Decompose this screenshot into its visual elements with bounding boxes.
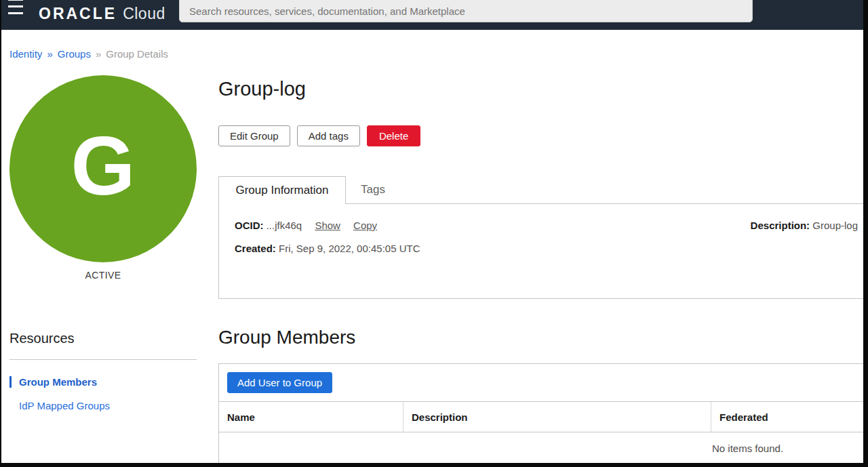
group-members-panel: Add User to Group Name Description Feder… <box>218 363 863 467</box>
oracle-cloud-console: ORACLE Cloud Identity»Groups»Group Detai… <box>0 0 868 467</box>
created-label: Created: <box>235 243 276 254</box>
ocid-value: ...jfk46q <box>267 220 302 231</box>
menu-bar <box>8 12 23 14</box>
menu-icon[interactable] <box>8 0 23 16</box>
status-label: ACTIVE <box>9 270 197 281</box>
content-layout: G ACTIVE Resources Group Members IdP Map… <box>1 60 863 467</box>
search-bar <box>179 0 753 22</box>
group-members-heading: Group Members <box>218 327 863 348</box>
main-content: Group-log Edit Group Add tags Delete Gro… <box>218 60 863 467</box>
description-label: Description: <box>751 220 810 231</box>
sidebar-item-idp-mapped-groups[interactable]: IdP Mapped Groups <box>9 400 197 411</box>
add-user-to-group-button[interactable]: Add User to Group <box>227 372 332 393</box>
breadcrumb-groups-link[interactable]: Groups <box>58 48 91 60</box>
action-buttons: Edit Group Add tags Delete <box>218 125 863 146</box>
group-initial: G <box>71 125 136 213</box>
delete-button[interactable]: Delete <box>367 125 420 146</box>
tab-label: Group Information <box>235 184 328 197</box>
left-column: G ACTIVE Resources Group Members IdP Map… <box>1 60 218 411</box>
menu-bar <box>8 0 23 1</box>
description-value: Group-log <box>812 220 858 231</box>
members-table-header: Name Description Federated <box>219 401 863 432</box>
search-input[interactable] <box>179 0 753 22</box>
column-header-description: Description <box>403 402 711 432</box>
sidebar-item-group-members[interactable]: Group Members <box>9 376 197 388</box>
column-header-federated: Federated <box>711 402 863 432</box>
resources-divider <box>9 359 197 360</box>
tab-label: Tags <box>361 183 385 196</box>
column-header-name: Name <box>219 402 403 432</box>
tab-tags[interactable]: Tags <box>361 176 385 203</box>
edit-group-button[interactable]: Edit Group <box>218 125 290 146</box>
group-information-panel: OCID: ...jfk46q Show Copy Created: Fri, … <box>218 203 863 299</box>
add-tags-button[interactable]: Add tags <box>297 125 360 146</box>
group-avatar: G <box>9 75 197 262</box>
description-row: Description: Group-log <box>751 220 858 231</box>
tab-bar: Group Information Tags <box>218 176 863 203</box>
resources-nav: Resources Group Members IdP Mapped Group… <box>9 331 197 411</box>
breadcrumb-separator: » <box>96 48 101 60</box>
top-navigation-bar: ORACLE Cloud <box>1 0 863 30</box>
sidebar-item-label: IdP Mapped Groups <box>19 400 110 411</box>
logo-oracle-text: ORACLE <box>39 5 117 23</box>
sidebar-item-label: Group Members <box>19 376 97 388</box>
copy-ocid-link[interactable]: Copy <box>353 220 377 231</box>
menu-bar <box>8 5 23 7</box>
logo-cloud-text: Cloud <box>123 5 165 23</box>
empty-state-row: No items found. <box>219 432 863 467</box>
members-toolbar: Add User to Group <box>219 364 863 401</box>
breadcrumb-current-page: Group Details <box>106 48 168 60</box>
resources-heading: Resources <box>9 331 197 346</box>
tab-group-information[interactable]: Group Information <box>218 176 346 204</box>
breadcrumb-identity-link[interactable]: Identity <box>9 48 42 60</box>
page-title: Group-log <box>218 78 863 100</box>
created-row: Created: Fri, Sep 9, 2022, 00:45:05 UTC <box>235 243 863 254</box>
ocid-label: OCID: <box>235 220 264 231</box>
no-items-text: No items found. <box>712 443 783 454</box>
show-ocid-link[interactable]: Show <box>315 220 340 231</box>
oracle-cloud-logo[interactable]: ORACLE Cloud <box>39 5 165 23</box>
breadcrumb-separator: » <box>47 48 52 60</box>
breadcrumb: Identity»Groups»Group Details <box>9 48 863 60</box>
created-value: Fri, Sep 9, 2022, 00:45:05 UTC <box>279 243 420 254</box>
